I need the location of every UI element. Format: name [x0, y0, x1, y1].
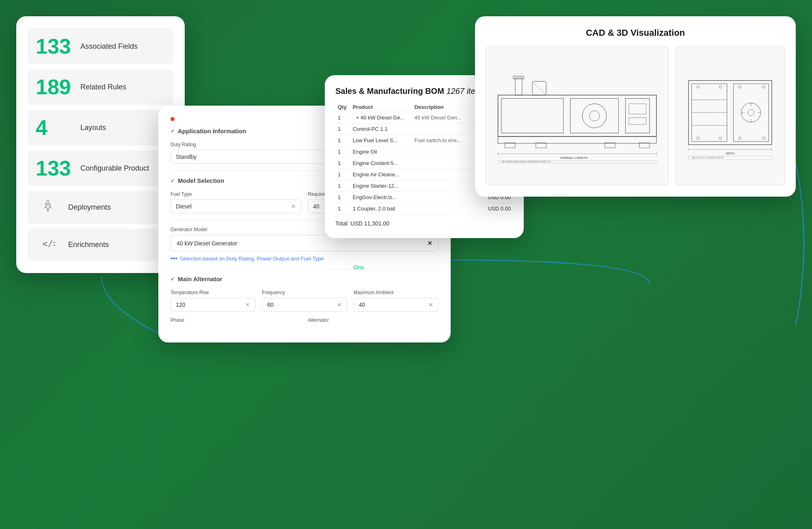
- chevron-icon: ✓: [171, 128, 175, 134]
- temperature-rise-clear[interactable]: ✕: [245, 301, 250, 308]
- generator-model-value: 40 kW Diesel Generator: [177, 240, 427, 247]
- stat-row-enrichments[interactable]: </> Enrichments: [28, 229, 173, 261]
- svg-point-38: [762, 86, 765, 88]
- stat-number-related-rules: 189: [36, 76, 72, 98]
- status-dot: [171, 117, 175, 121]
- stat-row-deployments[interactable]: Deployments: [28, 191, 173, 224]
- svg-rect-12: [629, 104, 646, 114]
- stat-label-enrichments: Enrichments: [68, 241, 109, 249]
- svg-point-10: [589, 111, 599, 121]
- temperature-rise-group: Temperature Rise 120 ✕: [171, 290, 255, 312]
- duty-rating-group: Duty Rating Standby ✕: [171, 142, 345, 164]
- cell-description: 40 kW Diesel Gen...: [412, 112, 469, 124]
- svg-point-34: [719, 86, 722, 88]
- section-main-alternator[interactable]: ✓ Main Alternator: [171, 275, 438, 282]
- cell-qty: 1: [335, 146, 350, 158]
- ons-label: Ons: [353, 264, 364, 271]
- fuel-type-input[interactable]: Diesel ✕: [171, 199, 301, 213]
- stat-number-layouts: 4: [36, 117, 72, 138]
- stat-label-configurable-product: Configurable Product: [80, 164, 149, 173]
- chevron-icon-2: ✓: [171, 178, 175, 184]
- fuel-type-label: Fuel Type: [171, 191, 301, 197]
- svg-point-37: [739, 86, 741, 88]
- svg-point-36: [719, 137, 722, 139]
- stat-label-related-rules: Related Rules: [80, 83, 126, 91]
- rocket-icon: [36, 198, 60, 217]
- cell-description: [412, 124, 469, 135]
- duty-rating-label: Duty Rating: [171, 142, 345, 147]
- svg-rect-3: [501, 99, 564, 133]
- cell-description: [412, 146, 469, 158]
- temperature-rise-input[interactable]: 120 ✕: [171, 298, 255, 312]
- cad-drawings: OVERALL LENGTH GE POWER 40kW DIESEL GENE…: [486, 46, 785, 185]
- generator-model-clear[interactable]: ✕: [427, 239, 432, 247]
- svg-point-35: [697, 137, 699, 139]
- frequency-group: Frequency 60 ✕: [262, 290, 347, 312]
- hint-bars-icon: ▪▪▪: [171, 255, 177, 262]
- svg-point-40: [762, 137, 765, 139]
- cell-description: [412, 180, 469, 192]
- cell-product: Low Fuel Level S...: [350, 135, 412, 146]
- cad-panel: CAD & 3D Visualization: [475, 16, 796, 197]
- cell-qty: 1: [335, 112, 350, 124]
- cell-product: Control-PC 1.1: [350, 124, 412, 135]
- cell-qty: 1: [335, 180, 350, 192]
- cad-drawing-1: OVERALL LENGTH GE POWER 40kW DIESEL GENE…: [486, 46, 669, 185]
- cell-product: EngGov-Electr,Is...: [350, 192, 412, 203]
- frequency-clear[interactable]: ✕: [337, 301, 342, 308]
- col-qty: Qty: [335, 102, 350, 112]
- stat-number-associated-fields: 133: [36, 36, 72, 57]
- svg-line-7: [532, 81, 546, 95]
- maximum-ambient-value: 40: [359, 301, 365, 308]
- maximum-ambient-label: Maximum Ambient: [354, 290, 438, 295]
- stat-row-related-rules[interactable]: 189 Related Rules: [28, 69, 173, 105]
- fuel-type-clear[interactable]: ✕: [291, 203, 296, 210]
- svg-point-9: [582, 104, 606, 128]
- cell-qty: 1: [335, 135, 350, 146]
- cell-qty: 1: [335, 158, 350, 169]
- cell-product: + 40 kW Diesel Ge...: [350, 112, 412, 124]
- bom-total-label: Total:: [335, 220, 349, 227]
- cad-title: CAD & 3D Visualization: [486, 28, 785, 38]
- svg-text:OVERALL LENGTH: OVERALL LENGTH: [560, 156, 587, 160]
- stat-row-layouts[interactable]: 4 Layouts: [28, 110, 173, 145]
- cell-description: Fuel switch to ens...: [412, 135, 469, 146]
- duty-rating-value: Standby: [176, 154, 197, 160]
- duty-rating-input[interactable]: Standby ✕: [171, 150, 345, 164]
- code-icon: </>: [36, 236, 60, 254]
- col-description: Description: [412, 102, 469, 112]
- cell-qty: 1: [335, 203, 350, 215]
- frequency-input[interactable]: 60 ✕: [262, 298, 347, 312]
- section-model-selection-label: Model Selection: [178, 177, 224, 184]
- phase-label: Phase: [171, 317, 301, 323]
- cell-product: Engine Oil: [350, 146, 412, 158]
- svg-text:</>: </>: [42, 238, 55, 249]
- hint-text: Selection based on Duty Rating, Power Ou…: [180, 256, 324, 262]
- maximum-ambient-clear[interactable]: ✕: [428, 301, 433, 308]
- temperature-rise-label: Temperature Rise: [171, 290, 255, 295]
- fuel-type-group: Fuel Type Diesel ✕: [171, 191, 301, 213]
- svg-rect-13: [629, 117, 646, 124]
- cell-description: [412, 158, 469, 169]
- stat-row-associated-fields[interactable]: 133 Associated Fields: [28, 28, 173, 64]
- maximum-ambient-input[interactable]: 40 ✕: [354, 298, 438, 312]
- cell-product: Engine Starter-12...: [350, 180, 412, 192]
- frequency-value: 60: [267, 301, 274, 308]
- cell-description: [412, 192, 469, 203]
- svg-rect-14: [498, 137, 656, 143]
- svg-text:REV A   SCALE 1:10   WEIGHT 89: REV A SCALE 1:10 WEIGHT 895 KG: [692, 157, 724, 159]
- svg-rect-2: [498, 95, 656, 137]
- cell-description: [412, 169, 469, 180]
- stat-row-configurable-product[interactable]: 133 Configurable Product: [28, 150, 173, 186]
- required-power-value: 40: [313, 203, 320, 210]
- svg-point-33: [697, 86, 699, 88]
- svg-rect-4: [515, 78, 522, 95]
- cell-qty: 1: [335, 169, 350, 180]
- divider-3: [171, 269, 438, 269]
- alternator-label: Alternator: [308, 317, 438, 323]
- section-application-info-label: Application Information: [178, 128, 246, 134]
- cell-product: Engine Air Cleane...: [350, 169, 412, 180]
- cell-product: Engine Coolant-5...: [350, 158, 412, 169]
- svg-point-39: [739, 137, 741, 139]
- stat-number-configurable-product: 133: [36, 158, 72, 179]
